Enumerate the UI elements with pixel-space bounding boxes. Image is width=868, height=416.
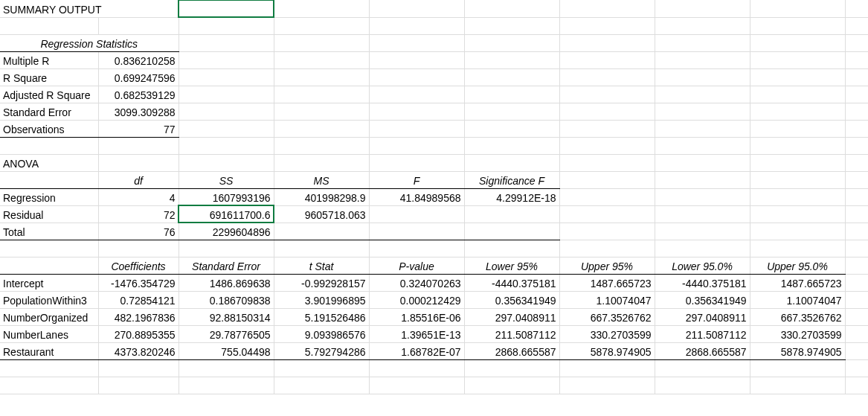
- anova-residual-sigf: [464, 205, 559, 223]
- anova-total-ss: 2299604896: [179, 223, 274, 240]
- coef-col-u95b: Upper 95.0%: [750, 257, 845, 274]
- coef-col-u95: Upper 95%: [559, 257, 655, 274]
- value-observations: 77: [98, 120, 179, 137]
- coef-label: Intercept: [0, 274, 98, 291]
- coef-label: NumberOrganized: [0, 308, 98, 325]
- anova-total-f: [369, 223, 464, 240]
- coef-row-rest: Restaurant 4373.820246 755.04498 5.79279…: [0, 342, 868, 359]
- anova-total-sigf: [464, 223, 559, 240]
- coef-col-se: Standard Error: [179, 257, 274, 274]
- coef-row-lanes: NumberLanes 270.8895355 29.78776505 9.09…: [0, 325, 868, 342]
- reg-stats-header: Regression Statistics: [0, 34, 179, 51]
- anova-regression-ss: 1607993196: [179, 188, 274, 205]
- anova-residual-ms: 9605718.063: [274, 205, 369, 223]
- label-adj-r-square: Adjusted R Square: [0, 86, 98, 103]
- anova-total-ms: [274, 223, 369, 240]
- anova-col-ms: MS: [274, 171, 369, 188]
- anova-col-ss: SS: [179, 171, 274, 188]
- label-std-err: Standard Error: [0, 103, 98, 120]
- value-multiple-r: 0.836210258: [98, 51, 179, 68]
- value-r-square: 0.699247596: [98, 68, 179, 86]
- anova-regression-ms: 401998298.9: [274, 188, 369, 205]
- active-cell[interactable]: [179, 0, 274, 17]
- coef-col-l95: Lower 95%: [464, 257, 559, 274]
- coef-label: NumberLanes: [0, 325, 98, 342]
- coef-row-intercept: Intercept -1476.354729 1486.869638 -0.99…: [0, 274, 868, 291]
- anova-total-label: Total: [0, 223, 98, 240]
- coef-col-tstat: t Stat: [274, 257, 369, 274]
- coef-label: PopulationWithin3: [0, 291, 98, 308]
- anova-regression-label: Regression: [0, 188, 98, 205]
- label-multiple-r: Multiple R: [0, 51, 98, 68]
- coef-row-pop: PopulationWithin3 0.72854121 0.186709838…: [0, 291, 868, 308]
- anova-total-df: 76: [98, 223, 179, 240]
- label-r-square: R Square: [0, 68, 98, 86]
- anova-header: ANOVA: [0, 154, 98, 171]
- coef-col-coef: Coefficients: [98, 257, 179, 274]
- anova-col-sigf: Significance F: [464, 171, 559, 188]
- coef-col-pval: P-value: [369, 257, 464, 274]
- anova-regression-f: 41.84989568: [369, 188, 464, 205]
- anova-residual-f: [369, 205, 464, 223]
- spreadsheet[interactable]: SUMMARY OUTPUT Regression Statistics Mul…: [0, 0, 868, 394]
- anova-col-f: F: [369, 171, 464, 188]
- anova-regression-df: 4: [98, 188, 179, 205]
- anova-regression-sigf: 4.29912E-18: [464, 188, 559, 205]
- coef-col-l95b: Lower 95.0%: [655, 257, 750, 274]
- value-std-err: 3099.309288: [98, 103, 179, 120]
- coef-label: Restaurant: [0, 342, 98, 359]
- anova-residual-ss: 691611700.6: [179, 205, 274, 223]
- summary-title: SUMMARY OUTPUT: [0, 0, 179, 17]
- value-adj-r-square: 0.682539129: [98, 86, 179, 103]
- coef-row-norg: NumberOrganized 482.1967836 92.88150314 …: [0, 308, 868, 325]
- label-observations: Observations: [0, 120, 98, 137]
- anova-residual-df: 72: [98, 205, 179, 223]
- anova-col-df: df: [98, 171, 179, 188]
- anova-residual-label: Residual: [0, 205, 98, 223]
